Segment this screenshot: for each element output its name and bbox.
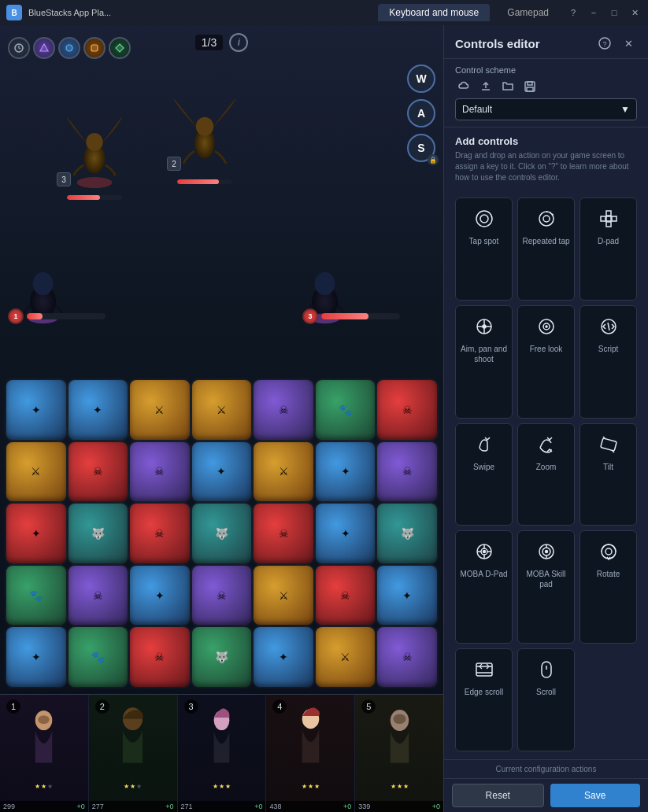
gem-0-4[interactable]: ☠ bbox=[254, 380, 313, 440]
control-rotate[interactable]: Rotate bbox=[579, 530, 637, 644]
swipe-icon bbox=[470, 430, 498, 459]
zoom-icon bbox=[532, 430, 561, 459]
gem-2-4[interactable]: ☠ bbox=[254, 504, 313, 563]
tab-gamepad[interactable]: Gamepad bbox=[496, 4, 560, 21]
char-card-2[interactable]: 2 ★★★ 277 +0 bbox=[89, 695, 178, 812]
controls-close-button[interactable]: ✕ bbox=[620, 35, 637, 52]
gem-0-6[interactable]: ☠ bbox=[377, 380, 437, 440]
skill-icon-5[interactable] bbox=[109, 37, 131, 59]
tab-keyboard[interactable]: Keyboard and mouse bbox=[378, 4, 490, 21]
gem-4-6[interactable]: ☠ bbox=[377, 627, 437, 687]
moba-dpad-label: MOBA D-Pad bbox=[460, 569, 507, 579]
control-tilt[interactable]: Tilt bbox=[579, 423, 637, 526]
gem-3-1[interactable]: ☠ bbox=[69, 566, 128, 626]
reset-button[interactable]: Reset bbox=[452, 784, 544, 807]
svg-point-16 bbox=[39, 715, 50, 724]
gem-2-3[interactable]: 🐺 bbox=[192, 504, 252, 563]
gem-2-2[interactable]: ☠ bbox=[130, 504, 190, 563]
save-button[interactable]: Save bbox=[550, 784, 641, 807]
main-layout: 1/3 i W A S 🔒 bbox=[0, 25, 648, 812]
gem-1-2[interactable]: ☠ bbox=[130, 442, 190, 502]
close-button[interactable]: ✕ bbox=[628, 6, 642, 20]
gem-4-0[interactable]: ✦ bbox=[6, 627, 66, 687]
control-edge-scroll[interactable]: Edge scroll bbox=[455, 648, 513, 751]
zoom-label: Zoom bbox=[536, 462, 557, 472]
skill-icon-3[interactable] bbox=[58, 37, 80, 59]
gem-4-1[interactable]: 🐾 bbox=[69, 627, 128, 687]
gem-0-5[interactable]: 🐾 bbox=[316, 380, 376, 440]
key-w[interactable]: W bbox=[407, 65, 435, 93]
char-card-1[interactable]: 1 ★★★ 299 +0 bbox=[0, 695, 89, 812]
gem-4-3[interactable]: 🐺 bbox=[192, 627, 252, 687]
gem-2-0[interactable]: ✦ bbox=[6, 504, 66, 563]
gem-1-3[interactable]: ✦ bbox=[192, 442, 252, 502]
minimize-button[interactable]: − bbox=[587, 6, 601, 20]
scheme-select[interactable]: Default ▼ bbox=[455, 98, 637, 120]
control-aim-pan-shoot[interactable]: Aim, pan and shoot bbox=[455, 305, 513, 419]
gem-4-5[interactable]: ⚔ bbox=[316, 627, 376, 687]
gem-0-1[interactable]: ✦ bbox=[69, 380, 128, 440]
gem-4-4[interactable]: ✦ bbox=[254, 627, 313, 687]
gem-2-6[interactable]: 🐺 bbox=[377, 504, 437, 563]
cloud-icon-btn[interactable] bbox=[455, 78, 472, 95]
control-repeated-tap[interactable]: Repeated tap bbox=[517, 197, 575, 301]
controls-help-button[interactable]: ? bbox=[596, 35, 613, 52]
gem-3-6[interactable]: ✦ bbox=[377, 566, 437, 626]
control-moba-dpad[interactable]: MOBA D-Pad bbox=[455, 530, 513, 644]
gem-1-5[interactable]: ✦ bbox=[316, 442, 376, 502]
tilt-label: Tilt bbox=[603, 462, 613, 472]
add-controls-section: Add controls Drag and drop an action on … bbox=[444, 127, 648, 194]
repeated-tap-label: Repeated tap bbox=[522, 236, 569, 246]
control-moba-skill[interactable]: MOBA Skill pad bbox=[517, 530, 575, 644]
svg-point-29 bbox=[539, 212, 554, 226]
scroll-label: Scroll bbox=[536, 687, 556, 697]
key-a[interactable]: A bbox=[407, 99, 435, 127]
control-swipe[interactable]: Swipe bbox=[455, 423, 513, 526]
gem-0-0[interactable]: ✦ bbox=[6, 380, 66, 440]
controls-bottom: Current configuration actions Reset Save bbox=[444, 759, 648, 812]
svg-point-2 bbox=[66, 45, 72, 51]
game-area: 1/3 i W A S 🔒 bbox=[0, 25, 443, 812]
skill-icon-1[interactable] bbox=[8, 37, 30, 59]
control-tap-spot[interactable]: Tap spot bbox=[455, 197, 513, 301]
gem-1-6[interactable]: ☠ bbox=[377, 442, 437, 502]
skill-icon-2[interactable] bbox=[33, 37, 55, 59]
folder-icon-btn[interactable] bbox=[499, 78, 517, 95]
help-button[interactable]: ? bbox=[566, 6, 580, 20]
control-script[interactable]: Script bbox=[579, 305, 637, 419]
control-dpad[interactable]: D-pad bbox=[579, 197, 637, 301]
gem-2-5[interactable]: ✦ bbox=[316, 504, 376, 563]
gem-3-5[interactable]: ☠ bbox=[316, 566, 376, 626]
char-card-3[interactable]: 3 ★★★ 271 +0 bbox=[178, 695, 267, 812]
disk-icon-btn[interactable] bbox=[521, 78, 539, 95]
gem-3-2[interactable]: ✦ bbox=[130, 566, 190, 626]
gem-1-1[interactable]: ☠ bbox=[69, 442, 128, 502]
control-free-look[interactable]: Free look bbox=[517, 305, 575, 419]
skill-icon-4[interactable] bbox=[83, 37, 106, 59]
info-button[interactable]: i bbox=[229, 33, 248, 52]
svg-rect-60 bbox=[476, 663, 492, 676]
enemy-hp-orb: 3 bbox=[302, 308, 318, 324]
char-stars-5: ★★★ bbox=[355, 783, 443, 790]
char-card-5[interactable]: 5 ★★★ 339 +0 bbox=[355, 695, 443, 812]
char-card-4[interactable]: 4 ★★★ 438 +0 bbox=[266, 695, 355, 812]
control-zoom[interactable]: Zoom bbox=[517, 423, 575, 526]
gem-3-0[interactable]: 🐾 bbox=[6, 566, 66, 626]
wave-counter: 1/3 bbox=[195, 35, 223, 50]
maximize-button[interactable]: □ bbox=[607, 6, 621, 20]
gem-3-3[interactable]: ☠ bbox=[192, 566, 252, 626]
controls-header-icons: ? ✕ bbox=[596, 35, 637, 52]
gem-0-3[interactable]: ⚔ bbox=[192, 380, 252, 440]
svg-point-59 bbox=[605, 548, 612, 555]
gem-0-2[interactable]: ⚔ bbox=[130, 380, 190, 440]
gem-3-4[interactable]: ⚔ bbox=[254, 566, 313, 626]
gem-1-0[interactable]: ⚔ bbox=[6, 442, 66, 502]
gem-2-1[interactable]: 🐺 bbox=[69, 504, 128, 563]
upload-icon-btn[interactable] bbox=[477, 78, 494, 95]
tap-spot-icon bbox=[470, 205, 498, 233]
monster-number-1: 3 bbox=[57, 172, 71, 186]
char-stat-plus-4: +0 bbox=[343, 803, 351, 810]
control-scroll[interactable]: Scroll bbox=[517, 648, 575, 751]
gem-4-2[interactable]: ☠ bbox=[130, 627, 190, 687]
gem-1-4[interactable]: ⚔ bbox=[254, 442, 313, 502]
